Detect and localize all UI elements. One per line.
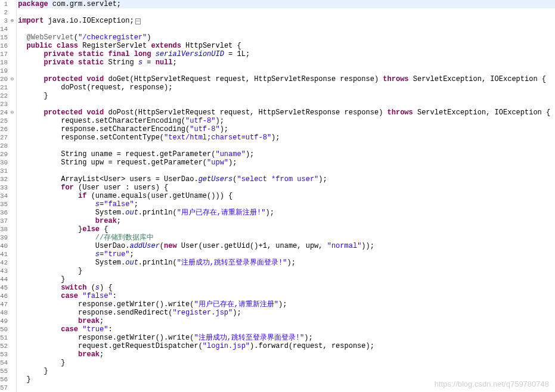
code-line[interactable]: request.getRequestDispatcher("login.jsp"… [18, 342, 555, 350]
code-line[interactable]: } [18, 375, 555, 384]
code-token: "注册成功,跳转至登录界面登录!" [177, 259, 287, 267]
code-line[interactable]: if (uname.equals(user.getUname())) { [18, 192, 555, 200]
code-token: response.getWriter().write( [18, 334, 194, 342]
code-token: String upw = request.getParameter( [18, 158, 207, 167]
code-line[interactable] [18, 67, 555, 75]
code-line[interactable]: response.sendRedirect("register.jsp"); [18, 309, 555, 317]
code-line[interactable]: s="false"; [18, 200, 555, 209]
code-token: s [95, 200, 100, 209]
code-line[interactable]: @WebServlet("/checkregister") [18, 33, 555, 42]
code-token: ; [117, 217, 121, 225]
code-area[interactable]: package com.grm.servlet; import java.io.… [17, 0, 555, 392]
code-token: System. [18, 209, 125, 217]
code-token: .println( [138, 209, 177, 217]
code-token: ); [220, 125, 228, 133]
fold-icon[interactable]: ⊕ [9, 17, 14, 25]
code-line[interactable]: String upw = request.getParameter("upw")… [18, 158, 555, 167]
code-token: "false" [104, 200, 134, 209]
code-token [74, 50, 78, 58]
code-token: static [78, 50, 104, 58]
code-token: addUser [129, 242, 159, 250]
code-line[interactable]: case "false": [18, 292, 555, 300]
code-line[interactable] [18, 142, 555, 150]
code-token: protected [44, 108, 82, 117]
fold-icon[interactable]: ⊖ [9, 108, 14, 117]
code-line[interactable] [18, 25, 555, 33]
code-token: doPost(request, response); [18, 83, 172, 92]
code-line[interactable]: response.getWriter().write("注册成功,跳转至登录界面… [18, 334, 555, 342]
code-line[interactable]: break; [18, 350, 555, 359]
code-line[interactable]: //存储到数据库中 [18, 234, 555, 242]
code-line[interactable]: response.setContentType("text/html;chars… [18, 133, 555, 142]
code-token: HttpServlet { [181, 42, 241, 50]
code-line[interactable] [18, 8, 555, 17]
code-token: import [18, 17, 44, 25]
code-line[interactable]: } [18, 275, 555, 284]
code-token: void [86, 108, 104, 117]
line-number: 22 [0, 92, 14, 100]
code-line[interactable]: s="true"; [18, 250, 555, 259]
code-line[interactable]: request.setCharacterEncoding("utf-8"); [18, 117, 555, 125]
code-token: = 1L; [224, 50, 250, 58]
code-line[interactable]: response.setCharacterEncoding("utf-8"); [18, 125, 555, 133]
code-line[interactable]: String uname = request.getParameter("una… [18, 150, 555, 158]
line-number: 14 [0, 25, 14, 33]
code-token: "utf-8" [185, 117, 215, 125]
code-line[interactable]: System.out.println("用户已存在,请重新注册!"); [18, 209, 555, 217]
collapsed-import-icon[interactable]: ⋯ [135, 18, 141, 24]
code-token: "upw" [207, 158, 228, 167]
code-line[interactable]: } [18, 367, 555, 375]
code-token: void [86, 75, 104, 83]
code-line[interactable]: private static final long serialVersionU… [18, 50, 555, 58]
line-number: 52 [0, 342, 14, 350]
code-line[interactable]: }else { [18, 225, 555, 234]
code-line[interactable]: } [18, 359, 555, 367]
code-line[interactable]: } [18, 92, 555, 100]
line-number: 57 [0, 384, 14, 392]
line-number: 43 [0, 267, 14, 275]
code-line[interactable]: private static String s = null; [18, 58, 555, 67]
code-token: response.setContentType( [18, 133, 164, 142]
code-line[interactable]: case "true": [18, 325, 555, 334]
code-token: ; [173, 58, 177, 67]
line-number: 37 [0, 217, 14, 225]
code-token: else [82, 225, 100, 234]
code-token [18, 75, 44, 83]
code-token: "/checkregister" [78, 33, 147, 42]
code-line[interactable] [18, 100, 555, 108]
code-token: ).forward(request, response); [250, 342, 374, 350]
code-line[interactable] [18, 384, 555, 392]
code-line[interactable]: doPost(request, response); [18, 83, 555, 92]
fold-icon[interactable]: ⊖ [9, 75, 14, 83]
code-token [18, 284, 61, 292]
code-line[interactable]: protected void doGet(HttpServletRequest … [18, 75, 555, 83]
code-line[interactable]: UserDao.addUser(new User(user.getUid()+1… [18, 242, 555, 250]
code-line[interactable]: break; [18, 217, 555, 225]
code-line[interactable]: ArrayList<User> users = UserDao.getUsers… [18, 175, 555, 183]
code-line[interactable]: package com.grm.servlet; [18, 0, 555, 8]
code-token: ); [215, 117, 224, 125]
code-line[interactable]: System.out.println("注册成功,跳转至登录界面登录!"); [18, 259, 555, 267]
code-token [18, 192, 78, 200]
code-line[interactable]: for (User user : users) { [18, 183, 555, 192]
code-line[interactable]: response.getWriter().write("用户已存在,请重新注册"… [18, 300, 555, 309]
code-token: "text/html;charset=utf-8" [164, 133, 271, 142]
code-line[interactable]: public class RegisterServlet extends Htt… [18, 42, 555, 50]
code-token: request.getRequestDispatcher( [18, 342, 203, 350]
code-token: "select *from user" [237, 175, 318, 183]
line-number: 54 [0, 359, 14, 367]
code-token: ; [129, 250, 134, 259]
code-line[interactable]: switch (s) { [18, 284, 555, 292]
code-line[interactable]: } [18, 267, 555, 275]
code-line[interactable]: break; [18, 317, 555, 325]
code-token: UserDao. [18, 242, 129, 250]
line-number: 27 [0, 133, 14, 142]
code-editor[interactable]: 123⊕14151617181920⊖21222324⊖252627282930… [0, 0, 555, 392]
code-line[interactable] [18, 167, 555, 175]
code-token: "uname" [215, 150, 245, 158]
code-line[interactable]: import java.io.IOException;⋯ [18, 17, 555, 25]
code-token: final [108, 50, 129, 58]
code-token: response.getWriter().write( [18, 300, 194, 309]
code-line[interactable]: protected void doPost(HttpServletRequest… [18, 108, 555, 117]
code-token: doGet(HttpServletRequest request, HttpSe… [104, 75, 383, 83]
